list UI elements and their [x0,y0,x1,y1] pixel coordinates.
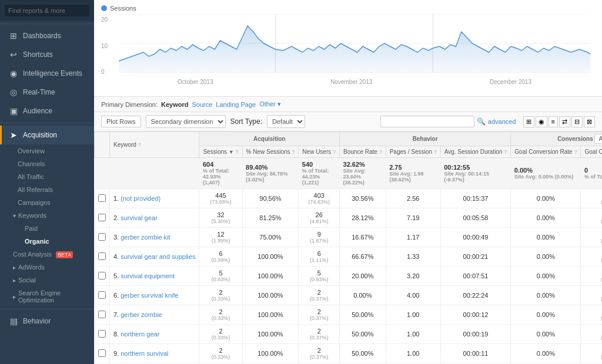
keyword-link[interactable]: northern survival [121,350,168,357]
chart-y-labels: 20 10 0 [101,16,108,75]
sidebar-child-cost-analysis[interactable]: Cost Analysis BETA [0,248,94,261]
realtime-icon: ◎ [9,87,18,97]
row-goal-cr: 0.00% [511,247,581,267]
keyword-link[interactable]: survival gear and supplies [121,253,195,260]
dim-keyword[interactable]: Keyword [161,101,188,108]
row-checkbox[interactable] [98,349,106,357]
row-new-sessions: 100.00% [242,247,299,267]
dashboards-icon: ⊞ [9,31,18,41]
adwords-label: AdWords [18,264,45,271]
sessions-help-icon: ? [236,149,239,155]
sidebar-child-seo[interactable]: ▸ Search Engine Optimization [0,287,94,306]
sidebar-item-realtime[interactable]: ◎ Real-Time [0,83,94,102]
row-checkbox[interactable] [98,311,106,318]
totals-new-users: 540 % of Total: 44.23% (1,221) [299,158,340,189]
sessions-legend-label: Sessions [110,5,136,12]
row-number: 6. [113,292,119,299]
secondary-dimension-select[interactable]: Secondary dimension [146,115,226,128]
pie-view-button[interactable]: ◉ [536,116,547,127]
keyword-link[interactable]: northern gear [121,331,159,338]
sidebar-sub-overview[interactable]: Overview [0,144,94,157]
avg-session-duration-column-header: Avg. Session Duration ? [440,146,511,158]
row-checkbox[interactable] [98,330,106,338]
sessions-column-header: Sessions ▼ ? [199,146,242,158]
sidebar-sub-paid[interactable]: Paid [0,222,94,235]
row-goal-completions: 0 (0.00%) [581,305,602,325]
row-checkbox-cell[interactable] [95,208,110,228]
advanced-link[interactable]: advanced [488,118,516,125]
row-checkbox-cell[interactable] [95,344,110,363]
row-bounce-rate: 50.00% [340,344,386,363]
sidebar-item-dashboards[interactable]: ⊞ Dashboards [0,26,94,45]
keyword-link[interactable]: survival equipment [121,272,175,279]
dim-source[interactable]: Source [192,101,212,108]
sidebar-child-adwords[interactable]: ▸ AdWords [0,261,94,274]
sidebar-child-keywords[interactable]: ▾ Keywords [0,209,94,222]
row-checkbox-cell[interactable] [95,325,110,344]
plot-rows-button[interactable]: Plot Rows [101,116,141,127]
row-checkbox-cell[interactable] [95,267,110,286]
dim-landing-page[interactable]: Landing Page [216,101,256,108]
beta-badge: BETA [56,251,73,258]
sidebar-item-behavior[interactable]: ▤ Behavior [0,312,94,331]
keyword-link[interactable]: gerber zombie kit [121,234,170,241]
row-new-users: 26 (4.81%) [299,208,340,228]
acquisition-icon: ➤ [9,130,18,140]
row-goal-cr: 0.00% [511,344,581,363]
sidebar-item-audience[interactable]: ▣ Audience [0,102,94,120]
dim-other[interactable]: Other ▾ [259,100,281,108]
sidebar-item-label: Shortcuts [23,50,53,59]
keywords-table: Keyword ? Acquisition Behavior Conversio… [94,132,602,364]
custom-view-button[interactable]: ⊠ [584,116,595,127]
sidebar-sub-campaigns[interactable]: Campaigns [0,196,94,209]
sidebar-child-social[interactable]: ▸ Social [0,274,94,287]
row-checkbox-cell[interactable] [95,247,110,267]
keyword-link[interactable]: survival gear [121,214,157,221]
keyword-link[interactable]: gerber survival knife [121,292,178,299]
row-pages-session: 1.00 [386,305,440,325]
new-users-help-icon: ? [333,149,336,155]
totals-bounce-rate: 32.62% Site Avg: 23.60% (38.22%) [340,158,386,189]
all-goals-select[interactable]: All Goals [594,134,602,144]
sidebar-sub-channels[interactable]: Channels [0,157,94,170]
search-icon[interactable]: 🔍 [477,117,486,126]
row-checkbox[interactable] [98,291,106,299]
sidebar-item-shortcuts[interactable]: ↩ Shortcuts [0,45,94,64]
sort-type-select[interactable]: Default [267,115,305,128]
row-new-users: 403 (74.63%) [299,189,340,208]
row-pages-session: 7.19 [386,208,440,228]
social-arrow-icon: ▸ [13,277,16,284]
keyword-link[interactable]: gerber zombie [121,311,162,318]
sidebar-sub-alltraffic[interactable]: All Traffic [0,170,94,183]
row-checkbox[interactable] [98,233,106,241]
row-checkbox[interactable] [98,214,106,221]
pivot-view-button[interactable]: ⊟ [571,116,583,127]
sidebar-search-input[interactable] [5,5,89,16]
chart-legend: Sessions [101,5,595,12]
row-goal-completions: 0 (0.00%) [581,267,602,286]
sidebar-sub-allreferrals[interactable]: All Referrals [0,183,94,196]
sidebar-item-intelligence[interactable]: ◉ Intelligence Events [0,64,94,83]
row-checkbox-cell[interactable] [95,189,110,208]
keyword-link[interactable]: (not provided) [121,195,160,202]
compare-view-button[interactable]: ⇄ [559,116,570,127]
keywords-label: Keywords [18,212,46,219]
sidebar-item-acquisition[interactable]: ➤ Acquisition [0,126,94,144]
row-checkbox[interactable] [98,272,106,279]
list-view-button[interactable]: ≡ [549,116,558,127]
row-checkbox[interactable] [98,252,106,260]
row-checkbox[interactable] [98,194,106,202]
row-checkbox-cell[interactable] [95,286,110,305]
sidebar-sub-organic[interactable]: Organic [0,235,94,248]
row-checkbox-cell[interactable] [95,228,110,247]
y-label-0: 0 [101,69,108,75]
row-bounce-rate: 28.12% [340,208,386,228]
row-new-sessions: 100.00% [242,344,299,363]
row-checkbox-cell[interactable] [95,305,110,325]
table-search-input[interactable] [380,116,474,127]
row-sessions: 2 (0.33%) [199,286,242,305]
acquisition-section-header: Acquisition [199,132,340,146]
row-goal-cr: 0.00% [511,228,581,247]
shortcuts-icon: ↩ [9,50,18,59]
grid-view-button[interactable]: ⊞ [523,116,534,127]
